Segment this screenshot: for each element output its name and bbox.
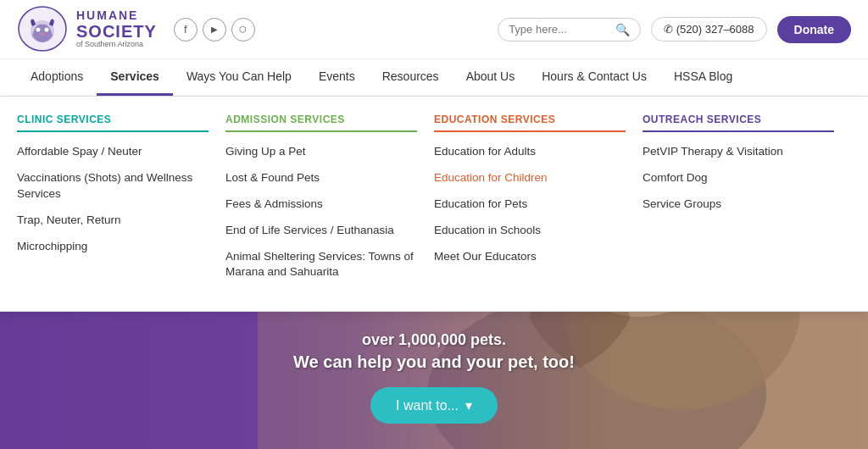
search-input[interactable] xyxy=(509,23,610,36)
logo-text: HUMANE SOCIETY of Southern Arizona xyxy=(76,9,157,49)
header-right: 🔍 ✆ (520) 327–6088 Donate xyxy=(498,16,851,43)
link-meet-educators[interactable]: Meet Our Educators xyxy=(434,249,626,265)
clinic-services-title: CLINIC SERVICES xyxy=(17,114,209,132)
nav-item-events[interactable]: Events xyxy=(305,59,369,96)
outreach-services-col: OUTREACH SERVICES PetVIP Therapy & Visit… xyxy=(643,114,851,291)
nav-item-hours[interactable]: Hours & Contact Us xyxy=(528,59,660,96)
logo-area: HUMANE SOCIETY of Southern Arizona f ▶ ⬡ xyxy=(17,6,255,53)
nav-item-blog[interactable]: HSSA Blog xyxy=(660,59,746,96)
nav-bar: Adoptions Services Ways You Can Help Eve… xyxy=(0,59,868,97)
nav-items: Adoptions Services Ways You Can Help Eve… xyxy=(17,59,746,96)
phone-button[interactable]: ✆ (520) 327–6088 xyxy=(651,17,766,42)
hero-content: over 1,000,000 pets. We can help you and… xyxy=(0,331,868,424)
logo-icon xyxy=(17,6,68,53)
search-icon: 🔍 xyxy=(615,23,630,36)
hero-line2: We can help you and your pet, too! xyxy=(0,352,868,372)
nav-item-resources[interactable]: Resources xyxy=(369,59,453,96)
facebook-icon[interactable]: f xyxy=(174,18,198,42)
link-lost-found[interactable]: Lost & Found Pets xyxy=(225,170,417,186)
cta-label: I want to... xyxy=(396,398,459,413)
link-vaccinations[interactable]: Vaccinations (Shots) and Wellness Servic… xyxy=(17,170,209,202)
education-services-col: EDUCATION SERVICES Education for Adults … xyxy=(434,114,643,291)
link-trap-neuter[interactable]: Trap, Neuter, Return xyxy=(17,213,209,229)
nav-item-services[interactable]: Services xyxy=(97,59,173,96)
nav-item-ways[interactable]: Ways You Can Help xyxy=(173,59,305,96)
svg-point-2 xyxy=(36,28,41,32)
link-animal-sheltering[interactable]: Animal Sheltering Services: Towns of Mar… xyxy=(225,249,417,281)
admission-services-col: ADMISSION SERVICES Giving Up a Pet Lost … xyxy=(225,114,434,291)
nav-item-adoptions[interactable]: Adoptions xyxy=(17,59,97,96)
services-dropdown: CLINIC SERVICES Affordable Spay / Neuter… xyxy=(0,97,868,312)
donate-button[interactable]: Donate xyxy=(777,16,851,43)
clinic-services-col: CLINIC SERVICES Affordable Spay / Neuter… xyxy=(17,114,225,291)
link-education-adults[interactable]: Education for Adults xyxy=(434,144,626,160)
link-microchipping[interactable]: Microchipping xyxy=(17,239,209,255)
link-fees-admissions[interactable]: Fees & Admissions xyxy=(225,197,417,213)
nav-item-about[interactable]: About Us xyxy=(453,59,529,96)
logo-society: SOCIETY xyxy=(76,22,157,41)
link-education-children[interactable]: Education for Children xyxy=(434,170,626,186)
education-services-title: EDUCATION SERVICES xyxy=(434,114,626,132)
hero-line1: over 1,000,000 pets. xyxy=(0,331,868,349)
link-spay-neuter[interactable]: Affordable Spay / Neuter xyxy=(17,144,209,160)
logo-sub: of Southern Arizona xyxy=(76,41,157,49)
cta-arrow-icon: ▾ xyxy=(465,397,472,413)
instagram-icon[interactable]: ⬡ xyxy=(231,18,255,42)
svg-point-3 xyxy=(45,28,49,32)
link-end-of-life[interactable]: End of Life Services / Euthanasia xyxy=(225,223,417,239)
link-education-pets[interactable]: Education for Pets xyxy=(434,197,626,213)
search-bar[interactable]: 🔍 xyxy=(498,18,641,42)
link-giving-up-pet[interactable]: Giving Up a Pet xyxy=(225,144,417,160)
svg-point-4 xyxy=(40,32,45,36)
cta-button[interactable]: I want to... ▾ xyxy=(370,387,498,424)
logo-humane: HUMANE xyxy=(76,9,157,22)
link-service-groups[interactable]: Service Groups xyxy=(643,197,834,213)
link-petvip[interactable]: PetVIP Therapy & Visitation xyxy=(643,144,834,160)
outreach-services-title: OUTREACH SERVICES xyxy=(643,114,834,132)
link-comfort-dog[interactable]: Comfort Dog xyxy=(643,170,834,186)
link-education-schools[interactable]: Education in Schools xyxy=(434,223,626,239)
youtube-icon[interactable]: ▶ xyxy=(203,18,226,42)
site-header: HUMANE SOCIETY of Southern Arizona f ▶ ⬡… xyxy=(0,0,868,59)
admission-services-title: ADMISSION SERVICES xyxy=(225,114,417,132)
social-icons: f ▶ ⬡ xyxy=(174,18,255,42)
